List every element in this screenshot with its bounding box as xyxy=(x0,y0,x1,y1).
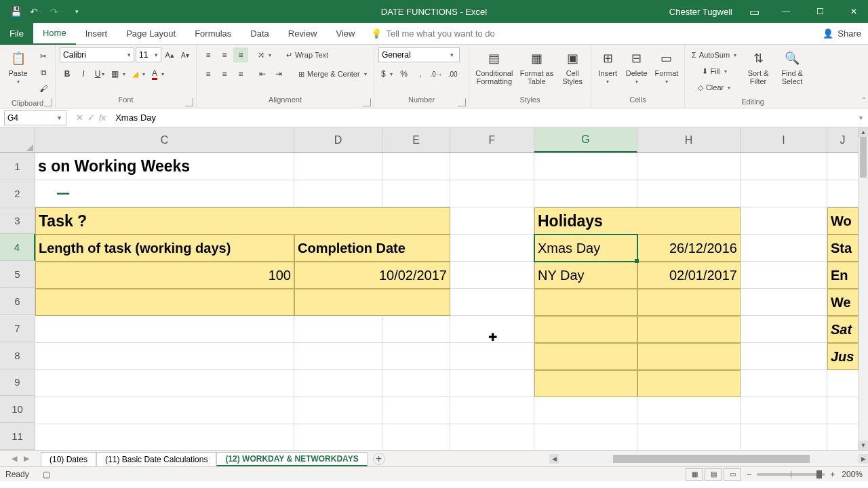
format-cells-button[interactable]: ▭Format▾ xyxy=(653,47,680,86)
increase-font-icon[interactable]: A▴ xyxy=(163,47,177,62)
cell-F1[interactable] xyxy=(450,153,534,180)
cell-G9[interactable] xyxy=(534,370,637,397)
col-header-C[interactable]: C xyxy=(35,127,294,152)
cell-E1[interactable] xyxy=(382,153,450,180)
name-box[interactable]: ▾ xyxy=(4,110,66,125)
cell-F10[interactable] xyxy=(450,397,534,424)
align-middle-icon[interactable]: ≡ xyxy=(217,47,232,62)
col-header-J[interactable]: J xyxy=(827,127,859,152)
clipboard-launcher[interactable] xyxy=(44,98,52,106)
cell-J8[interactable]: Jus xyxy=(827,343,859,370)
cell-H2[interactable] xyxy=(637,180,741,207)
cell-E7[interactable] xyxy=(382,316,450,343)
minimize-button[interactable]: — xyxy=(772,0,800,23)
font-color-button[interactable]: A▾ xyxy=(149,66,167,81)
cell-F11[interactable] xyxy=(450,424,534,451)
cell-D5[interactable]: 10/02/2017 xyxy=(294,262,450,289)
cell-styles-button[interactable]: ▣Cell Styles xyxy=(558,47,587,87)
cell-H8[interactable] xyxy=(637,343,741,370)
fill-button[interactable]: ⬇ Fill▾ xyxy=(689,64,739,79)
tab-formulas[interactable]: Formulas xyxy=(185,23,241,45)
cancel-formula-icon[interactable]: ✕ xyxy=(76,113,83,123)
fill-color-button[interactable]: ◢▾ xyxy=(130,66,148,81)
cell-D4[interactable]: Completion Date xyxy=(294,235,450,262)
cell-F9[interactable] xyxy=(450,370,534,397)
fx-icon[interactable]: fx xyxy=(99,113,106,123)
cell-C10[interactable] xyxy=(35,397,294,424)
tab-view[interactable]: View xyxy=(326,23,364,45)
tab-review[interactable]: Review xyxy=(279,23,327,45)
tab-home[interactable]: Home xyxy=(33,23,76,45)
maximize-button[interactable]: ☐ xyxy=(806,0,834,23)
increase-decimal-icon[interactable]: .0→ xyxy=(429,66,444,81)
row-headers[interactable]: 1234567891011 xyxy=(0,153,35,450)
undo-icon[interactable]: ↶▾ xyxy=(30,5,42,18)
name-box-caret-icon[interactable]: ▾ xyxy=(54,114,64,121)
cell-area[interactable]: s on Working WeeksTask ?Length of task (… xyxy=(35,153,859,450)
row-header-3[interactable]: 3 xyxy=(0,207,35,235)
cell-D7[interactable] xyxy=(294,316,382,343)
vscroll-thumb[interactable] xyxy=(860,137,867,178)
decrease-indent-icon[interactable]: ⇤ xyxy=(255,66,270,81)
autosum-button[interactable]: Σ AutoSum▾ xyxy=(689,47,739,62)
spreadsheet-grid[interactable]: CDEFGHIJ 1234567891011 s on Working Week… xyxy=(0,127,868,450)
row-header-9[interactable]: 9 xyxy=(0,369,35,396)
cell-G1[interactable] xyxy=(534,153,637,180)
cell-C11[interactable] xyxy=(35,424,294,451)
cell-I5[interactable] xyxy=(741,262,827,289)
paste-button[interactable]: 📋 Paste ▾ xyxy=(4,47,32,86)
cell-G11[interactable] xyxy=(534,424,637,451)
cell-D9[interactable] xyxy=(294,370,382,397)
cell-E9[interactable] xyxy=(382,370,450,397)
cell-H6[interactable] xyxy=(637,289,741,316)
cell-J3[interactable]: Wo xyxy=(827,207,859,235)
cell-I7[interactable] xyxy=(741,316,827,343)
cell-G6[interactable] xyxy=(534,289,637,316)
decrease-font-icon[interactable]: A▾ xyxy=(178,47,193,62)
font-launcher[interactable] xyxy=(185,98,193,106)
col-header-E[interactable]: E xyxy=(382,127,450,152)
select-all-corner[interactable] xyxy=(0,127,35,153)
cell-D1[interactable] xyxy=(294,153,382,180)
sheet-tab-2[interactable]: (11) Basic Date Calculations xyxy=(96,452,216,466)
borders-button[interactable]: ▦▾ xyxy=(108,66,128,81)
row-header-11[interactable]: 11 xyxy=(0,423,35,450)
scroll-down-icon[interactable]: ▼ xyxy=(859,441,868,450)
cell-F2[interactable] xyxy=(450,180,534,207)
cell-D10[interactable] xyxy=(294,397,382,424)
cell-H1[interactable] xyxy=(637,153,741,180)
expand-formula-bar-icon[interactable]: ▾ xyxy=(853,114,868,121)
name-box-input[interactable] xyxy=(5,111,54,125)
col-header-I[interactable]: I xyxy=(741,127,827,152)
cell-I8[interactable] xyxy=(741,343,827,370)
wrap-text-button[interactable]: ↵Wrap Text xyxy=(283,47,331,62)
alignment-launcher[interactable] xyxy=(363,98,371,106)
view-page-layout-icon[interactable]: ▤ xyxy=(705,468,722,481)
vertical-scrollbar[interactable]: ▲ ▼ xyxy=(859,127,868,450)
col-header-F[interactable]: F xyxy=(450,127,534,152)
cell-I2[interactable] xyxy=(741,180,827,207)
cell-D8[interactable] xyxy=(294,343,382,370)
collapse-ribbon-icon[interactable]: ˆ xyxy=(863,97,865,106)
horizontal-scrollbar[interactable]: ◀ ▶ xyxy=(549,454,868,464)
cell-D6[interactable] xyxy=(294,289,450,316)
cut-icon[interactable]: ✂ xyxy=(36,49,51,64)
sheet-tab-3[interactable]: (12) WORKDAY & NETWORKDAYS xyxy=(216,452,367,466)
align-right-icon[interactable]: ≡ xyxy=(233,66,248,81)
cell-I11[interactable] xyxy=(741,424,827,451)
cell-G10[interactable] xyxy=(534,397,637,424)
row-header-2[interactable]: 2 xyxy=(0,180,35,207)
cell-J5[interactable]: En xyxy=(827,262,859,289)
cell-D2[interactable] xyxy=(294,180,382,207)
cell-G8[interactable] xyxy=(534,343,637,370)
cell-F5[interactable] xyxy=(450,262,534,289)
percent-format-icon[interactable]: % xyxy=(397,66,412,81)
cell-E10[interactable] xyxy=(382,397,450,424)
cell-J11[interactable] xyxy=(827,424,859,451)
cell-J2[interactable] xyxy=(827,180,859,207)
ribbon-display-options-icon[interactable]: ▭ xyxy=(742,0,766,23)
delete-cells-button[interactable]: ⊟Delete▾ xyxy=(624,47,648,86)
cell-H9[interactable] xyxy=(637,370,741,397)
username[interactable]: Chester Tugwell xyxy=(669,7,732,17)
zoom-level[interactable]: 200% xyxy=(842,470,863,479)
